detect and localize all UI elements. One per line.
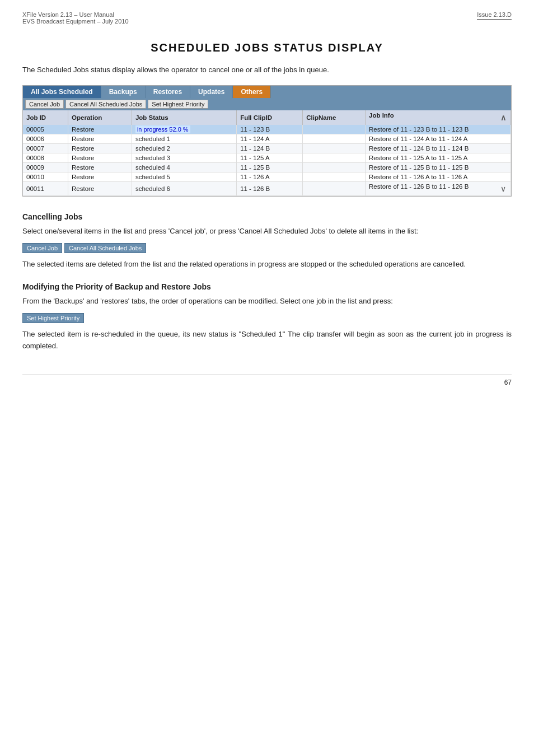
tab-all-jobs-scheduled[interactable]: All Jobs Scheduled (23, 86, 101, 98)
cancelling-para1: Select one/several items in the list and… (22, 226, 512, 237)
section-cancelling: Cancelling Jobs Select one/several items… (22, 212, 512, 270)
display-cancel-job-button[interactable]: Cancel Job (22, 243, 62, 253)
set-highest-priority-button[interactable]: Set Highest Priority (148, 100, 208, 109)
cell-job-status: in progress 52.0 % (132, 125, 236, 134)
cell-job-id: 00009 (23, 162, 68, 172)
tab-others[interactable]: Others (233, 86, 271, 98)
job-status-text: scheduled 4 (135, 164, 170, 171)
cell-operation: Restore (68, 162, 132, 172)
cell-clip-name (303, 153, 366, 162)
cell-job-status: scheduled 5 (132, 172, 236, 181)
cell-full-clip-id: 11 - 123 B (237, 125, 303, 134)
section-priority: Modifying the Priority of Backup and Res… (22, 282, 512, 352)
cell-full-clip-id: 11 - 126 B (237, 181, 303, 195)
cancel-job-button[interactable]: Cancel Job (25, 100, 64, 109)
cell-job-info: Restore of 11 - 123 B to 11 - 123 B (366, 125, 511, 134)
header-meta: XFile Version 2.13 – User Manual EVS Bro… (22, 11, 512, 25)
header-issue: Issue 2.13.D (477, 11, 512, 20)
cell-job-status: scheduled 6 (132, 181, 236, 195)
cell-job-status: scheduled 3 (132, 153, 236, 162)
col-job-info: Job Info ∧ (366, 110, 511, 125)
cell-full-clip-id: 11 - 126 A (237, 172, 303, 181)
cell-job-status: scheduled 1 (132, 134, 236, 143)
cell-full-clip-id: 11 - 124 A (237, 134, 303, 143)
cell-job-id: 00006 (23, 134, 68, 143)
tab-restores[interactable]: Restores (146, 86, 190, 98)
cancelling-para2: The selected items are deleted from the … (22, 259, 512, 270)
table-row[interactable]: 00006 Restore scheduled 1 11 - 124 A Res… (23, 134, 511, 143)
cancel-all-scheduled-jobs-button[interactable]: Cancel All Scheduled Jobs (65, 100, 146, 109)
display-set-highest-priority-button[interactable]: Set Highest Priority (22, 313, 84, 323)
cell-operation: Restore (68, 134, 132, 143)
table-row[interactable]: 00008 Restore scheduled 3 11 - 125 A Res… (23, 153, 511, 162)
priority-button-display: Set Highest Priority (22, 313, 84, 323)
cell-operation: Restore (68, 172, 132, 181)
job-status-text: scheduled 5 (135, 174, 170, 180)
col-clip-name: ClipName (303, 110, 366, 125)
cell-operation: Restore (68, 181, 132, 195)
scroll-down-icon[interactable]: ∨ (499, 183, 507, 194)
in-progress-badge: in progress 52.0 % (135, 125, 190, 133)
table-header-row: Job ID Operation Job Status Full ClipID … (23, 110, 511, 125)
cell-full-clip-id: 11 - 125 B (237, 162, 303, 172)
priority-para2: The selected item is re-scheduled in the… (22, 329, 512, 352)
col-job-id: Job ID (23, 110, 68, 125)
cell-operation: Restore (68, 143, 132, 153)
cell-clip-name (303, 162, 366, 172)
cell-job-info: Restore of 11 - 124 B to 11 - 124 B (366, 143, 511, 153)
cell-clip-name (303, 172, 366, 181)
tab-backups[interactable]: Backups (101, 86, 146, 98)
cell-job-info: Restore of 11 - 125 B to 11 - 125 B (366, 162, 511, 172)
table-row[interactable]: 00007 Restore scheduled 2 11 - 124 B Res… (23, 143, 511, 153)
table-row[interactable]: 00010 Restore scheduled 5 11 - 126 A Res… (23, 172, 511, 181)
cell-job-info: Restore of 11 - 126 A to 11 - 126 A (366, 172, 511, 181)
col-job-status: Job Status (132, 110, 236, 125)
tab-updates[interactable]: Updates (190, 86, 233, 98)
priority-para1: From the 'Backups' and 'restores' tabs, … (22, 296, 512, 307)
table-row[interactable]: 00011 Restore scheduled 6 11 - 126 B Res… (23, 181, 511, 195)
job-status-text: scheduled 3 (135, 155, 170, 161)
cell-job-status: scheduled 4 (132, 162, 236, 172)
display-cancel-all-button[interactable]: Cancel All Scheduled Jobs (64, 243, 146, 253)
cell-job-info: Restore of 11 - 124 A to 11 - 124 A (366, 134, 511, 143)
header-left-line1: XFile Version 2.13 – User Manual (22, 11, 129, 18)
jobs-table: Job ID Operation Job Status Full ClipID … (23, 110, 511, 196)
cell-clip-name (303, 134, 366, 143)
cell-operation: Restore (68, 125, 132, 134)
cell-job-id: 00005 (23, 125, 68, 134)
cell-clip-name (303, 125, 366, 134)
job-status-text: scheduled 1 (135, 136, 170, 142)
job-status-text: scheduled 6 (135, 185, 170, 192)
header-left-line2: EVS Broadcast Equipment – July 2010 (22, 18, 129, 25)
tabs-row: All Jobs Scheduled Backups Restores Upda… (23, 86, 511, 98)
cell-full-clip-id: 11 - 125 A (237, 153, 303, 162)
cell-job-status: scheduled 2 (132, 143, 236, 153)
cell-job-info: Restore of 11 - 126 B to 11 - 126 B ∨ (366, 181, 511, 195)
cell-job-id: 00010 (23, 172, 68, 181)
cell-clip-name (303, 143, 366, 153)
table-row[interactable]: 00009 Restore scheduled 4 11 - 125 B Res… (23, 162, 511, 172)
page-number: 67 (22, 375, 512, 386)
table-row[interactable]: 00005 Restore in progress 52.0 % 11 - 12… (23, 125, 511, 134)
cancelling-heading: Cancelling Jobs (22, 212, 512, 221)
cell-job-id: 00008 (23, 153, 68, 162)
priority-heading: Modifying the Priority of Backup and Res… (22, 282, 512, 291)
cancelling-buttons: Cancel Job Cancel All Scheduled Jobs (22, 243, 146, 253)
cell-job-id: 00011 (23, 181, 68, 195)
cell-clip-name (303, 181, 366, 195)
job-status-text: scheduled 2 (135, 145, 170, 152)
cell-job-info: Restore of 11 - 125 A to 11 - 125 A (366, 153, 511, 162)
col-full-clip-id: Full ClipID (237, 110, 303, 125)
col-operation: Operation (68, 110, 132, 125)
cell-job-id: 00007 (23, 143, 68, 153)
page-title: Scheduled Jobs Status Display (22, 41, 512, 54)
scheduled-jobs-widget: All Jobs Scheduled Backups Restores Upda… (22, 85, 512, 197)
table-area: Job ID Operation Job Status Full ClipID … (23, 110, 511, 196)
toolbar-row: Cancel Job Cancel All Scheduled Jobs Set… (23, 98, 511, 110)
intro-text: The Scheduled Jobs status display allows… (22, 64, 512, 76)
cell-full-clip-id: 11 - 124 B (237, 143, 303, 153)
cell-operation: Restore (68, 153, 132, 162)
